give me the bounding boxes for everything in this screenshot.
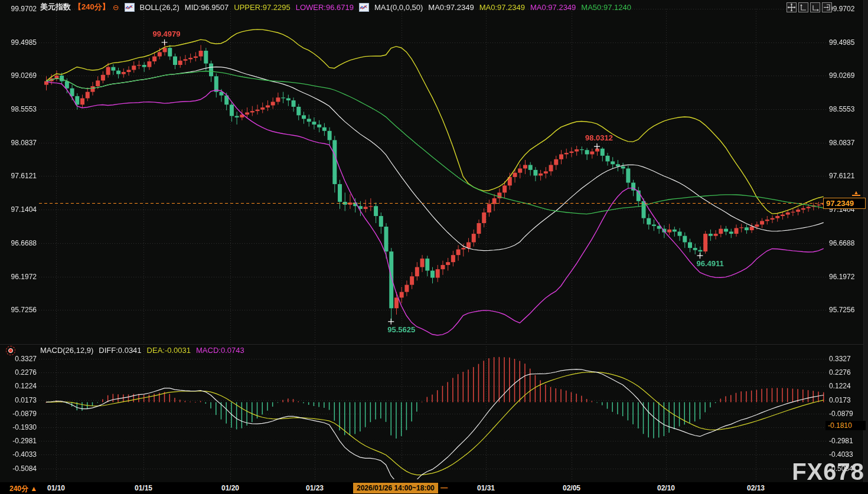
macd-axis-label-left: -0.4033 bbox=[0, 450, 37, 459]
ma0-white-value: MA0:97.2349 bbox=[428, 3, 474, 12]
macd-axis-label-left: 0.3327 bbox=[0, 355, 37, 363]
boll-mid-value: MID:96.9507 bbox=[185, 3, 229, 12]
price-axis-label-right: 99.9702 bbox=[829, 5, 866, 13]
macd-label: MACD(26,12,9) bbox=[40, 346, 93, 355]
price-axis-label-left: 96.1972 bbox=[0, 273, 37, 281]
macd-axis-label-left: 0.1224 bbox=[0, 382, 37, 390]
price-axis-label-left: 95.7256 bbox=[0, 306, 37, 314]
x-axis-scale-icon[interactable] bbox=[810, 2, 820, 12]
time-axis-label: 01/31 bbox=[468, 484, 504, 492]
macd-axis-label-right: 0.3327 bbox=[829, 355, 866, 363]
price-axis-label-right: 95.7256 bbox=[829, 306, 866, 314]
chart-window: 美元指数 【240分】 ⊖ BOLL(26,2) MID:96.9507 UPP… bbox=[0, 0, 868, 494]
price-axis-label-right: 97.6121 bbox=[829, 172, 866, 180]
time-axis-bar: 240分 ▲ 01/1001/1501/2001/2301/3102/0502/… bbox=[0, 482, 868, 494]
watermark: FX678 bbox=[792, 459, 864, 485]
price-legend: 美元指数 【240分】 ⊖ BOLL(26,2) MID:96.9507 UPP… bbox=[40, 2, 631, 12]
macd-axis-label-right: -0.2981 bbox=[829, 437, 866, 445]
price-axis-label-right: 98.0837 bbox=[829, 139, 866, 147]
macd-diff-value: DIFF:0.0341 bbox=[99, 346, 141, 355]
boll-lower-value: LOWER:96.6719 bbox=[296, 3, 354, 12]
price-up-arrow-icon: ▲ bbox=[852, 190, 860, 196]
last-price-badge: 97.2349 bbox=[823, 198, 866, 209]
time-axis-label: 01/15 bbox=[126, 484, 161, 492]
price-axis-label-right: 99.0269 bbox=[829, 71, 866, 80]
ma0-yellow-value: MA0:97.2349 bbox=[479, 3, 525, 12]
time-cursor-dash: — bbox=[440, 483, 448, 492]
boll-upper-value: UPPER:97.2295 bbox=[234, 3, 290, 12]
macd-axis-label-left: 0.0173 bbox=[0, 396, 37, 404]
ma-label: MA1(0,0,0,50) bbox=[374, 3, 423, 12]
macd-axis-label-left: -0.1930 bbox=[0, 423, 37, 431]
ma50-value: MA50:97.1240 bbox=[581, 3, 631, 12]
price-axis-label-left: 97.1404 bbox=[0, 205, 37, 214]
time-axis-label: 02/10 bbox=[648, 484, 684, 492]
ma-chart-icon bbox=[359, 3, 369, 12]
price-axis-label-right: 96.6688 bbox=[829, 239, 866, 247]
chart-toolbar bbox=[787, 2, 832, 12]
price-annotation: 99.4979 bbox=[153, 30, 181, 38]
y-axis-scale-icon[interactable] bbox=[798, 2, 808, 12]
macd-axis-label-right: 0.2276 bbox=[829, 368, 866, 377]
ma0-magenta-value: MA0:97.2349 bbox=[530, 3, 576, 12]
price-axis-label-right: 98.5553 bbox=[829, 105, 866, 113]
symbol-name: 美元指数 bbox=[40, 2, 71, 12]
time-axis-label: 01/23 bbox=[297, 484, 332, 492]
move-chart-icon[interactable] bbox=[787, 2, 797, 12]
price-axis-label-left: 99.0269 bbox=[0, 71, 37, 80]
macd-axis-label-right: -0.0879 bbox=[829, 410, 866, 418]
macd-axis-label-right: -0.4033 bbox=[829, 450, 866, 459]
macd-axis-label-left: -0.5084 bbox=[0, 464, 37, 473]
macd-dea-value: DEA:-0.0031 bbox=[147, 346, 191, 355]
macd-axis-label-left: -0.2981 bbox=[0, 437, 37, 445]
macd-legend: MACD(26,12,9) DIFF:0.0341 DEA:-0.0031 MA… bbox=[40, 346, 244, 355]
time-axis-label: 01/20 bbox=[213, 484, 248, 492]
boll-chart-icon bbox=[125, 3, 135, 12]
macd-axis-label-right: 0.1224 bbox=[829, 382, 866, 390]
collapse-icon[interactable]: ⊖ bbox=[113, 3, 119, 12]
period-selector[interactable]: 【240分】 bbox=[74, 2, 110, 12]
price-annotation: 95.5625 bbox=[387, 325, 415, 334]
time-axis-label: 02/05 bbox=[554, 484, 589, 492]
macd-axis-label-left: 0.2276 bbox=[0, 368, 37, 377]
macd-axis-label-left: -0.0879 bbox=[0, 410, 37, 418]
price-axis-label-right: 96.1972 bbox=[829, 273, 866, 281]
price-axis-label-left: 97.6121 bbox=[0, 172, 37, 180]
price-axis-label-left: 96.6688 bbox=[0, 239, 37, 247]
price-chart-canvas[interactable] bbox=[0, 0, 868, 494]
selected-time-badge: 2026/01/26 14:00~18:00 bbox=[353, 483, 438, 493]
price-axis-label-left: 99.9702 bbox=[0, 5, 37, 13]
indicator-record-icon[interactable] bbox=[6, 346, 15, 355]
price-axis-label-left: 98.5553 bbox=[0, 105, 37, 113]
time-axis-label: 01/10 bbox=[38, 484, 74, 492]
price-axis-label-left: 99.4985 bbox=[0, 38, 37, 47]
exit-chart-icon[interactable] bbox=[822, 2, 832, 12]
macd-value-badge: -0.1810 bbox=[825, 421, 866, 430]
price-annotation: 98.0312 bbox=[585, 133, 613, 142]
price-axis-label-right: 99.4985 bbox=[829, 38, 866, 47]
timeframe-label[interactable]: 240分 ▲ bbox=[9, 484, 37, 494]
boll-label: BOLL(26,2) bbox=[140, 3, 180, 12]
macd-hist-value: MACD:0.0743 bbox=[196, 346, 244, 355]
price-annotation: 96.4911 bbox=[696, 259, 723, 268]
panel-divider bbox=[0, 344, 868, 345]
price-axis-label-left: 98.0837 bbox=[0, 139, 37, 147]
time-axis-label: 02/13 bbox=[738, 484, 774, 492]
macd-axis-label-right: 0.0173 bbox=[829, 396, 866, 404]
